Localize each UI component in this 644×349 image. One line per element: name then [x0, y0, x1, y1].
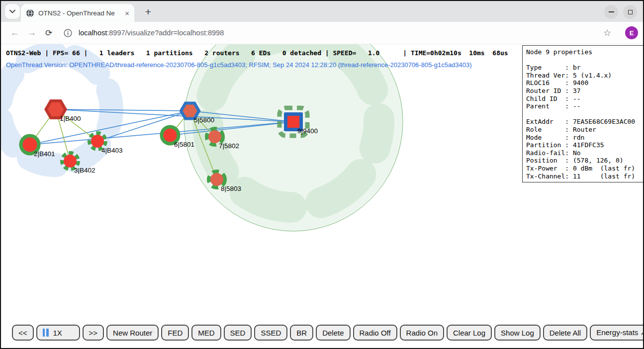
- maximize-icon: [628, 10, 633, 14]
- button-label: MED: [198, 329, 214, 337]
- back-button[interactable]: ←: [8, 22, 22, 44]
- rewind-button[interactable]: <<: [12, 325, 34, 341]
- url-path: :8997/visualize?addr=localhost:8998: [107, 29, 224, 37]
- sed-button[interactable]: SED: [224, 325, 252, 341]
- simulator-canvas: 1|B4002|B4013|B4024|B4035|58006|58017|58…: [1, 44, 643, 349]
- bottom-toolbar: <<1X>>New RouterFEDMEDSEDSSEDBRDeleteRad…: [12, 325, 643, 341]
- button-label: <<: [18, 329, 27, 337]
- minimize-button[interactable]: [604, 5, 618, 19]
- button-label: Clear Log: [453, 329, 485, 337]
- node-9-label: 9|9400: [297, 127, 318, 135]
- node-6-label: 6|5801: [174, 141, 194, 148]
- browser-tab[interactable]: OTNS2 - OpenThread Ne ×: [21, 4, 134, 22]
- button-label: Radio On: [406, 329, 438, 337]
- node-properties-panel: Node 9 properties Type : brThread Ver: 5…: [522, 45, 643, 182]
- button-label: Show Log: [501, 329, 534, 337]
- node-3-label: 3|B402: [74, 167, 95, 174]
- button-label: Delete: [322, 329, 344, 337]
- fed-button[interactable]: FED: [161, 325, 189, 341]
- speed-button[interactable]: 1X: [36, 325, 80, 341]
- node-4-body[interactable]: [91, 135, 104, 148]
- property-line: Parent : --: [526, 102, 640, 110]
- button-label: Energy-stats ↗: [596, 328, 643, 337]
- delete-button[interactable]: Delete: [316, 325, 350, 341]
- button-label: SSED: [261, 329, 281, 337]
- properties-lines: Type : brThread Ver: 5 (v1.4.x)RLOC16 : …: [526, 56, 640, 180]
- profile-avatar[interactable]: E: [625, 26, 638, 39]
- button-label: Delete All: [550, 329, 581, 337]
- openthread-version-line: OpenThread Version: OPENTHREAD/thread-re…: [6, 61, 472, 69]
- node-7-label: 7|5802: [219, 142, 239, 150]
- button-label: SED: [230, 329, 246, 337]
- tab-strip: OTNS2 - OpenThread Ne × +: [1, 1, 643, 22]
- node-1-label: 1|B400: [60, 115, 81, 122]
- button-label: >>: [89, 329, 98, 337]
- minimize-icon: [609, 11, 614, 12]
- node-6-body[interactable]: [164, 129, 177, 142]
- property-line: Router ID : 37: [526, 87, 640, 95]
- radio-on-button[interactable]: Radio On: [400, 325, 444, 341]
- navigation-bar: ← → ⟳ localhost:8997/visualize?addr=loca…: [1, 22, 643, 44]
- globe-icon: [26, 9, 34, 17]
- reload-button[interactable]: ⟳: [42, 22, 56, 44]
- node-4-label: 4|B403: [101, 147, 123, 154]
- property-line: Position : (578, 126, 0): [526, 157, 640, 165]
- chevron-down-icon: [9, 9, 15, 13]
- new-tab-button[interactable]: +: [141, 5, 155, 19]
- property-line: Role : Router: [526, 126, 640, 134]
- tab-close-icon[interactable]: ×: [125, 9, 129, 17]
- button-label: Radio Off: [360, 329, 391, 337]
- button-label: FED: [168, 329, 183, 337]
- radio-off-button[interactable]: Radio Off: [353, 325, 397, 341]
- br-button[interactable]: BR: [290, 325, 313, 341]
- property-line: RLOC16 : 9400: [526, 79, 640, 87]
- tab-title: OTNS2 - OpenThread Ne: [38, 9, 117, 17]
- site-info-button[interactable]: [62, 22, 74, 44]
- button-label: 1X: [53, 329, 62, 337]
- property-line: [526, 56, 640, 64]
- address-bar[interactable]: localhost:8997/visualize?addr=localhost:…: [79, 22, 224, 44]
- node-7-body[interactable]: [208, 130, 221, 143]
- property-line: Thread Ver: 5 (v1.4.x): [526, 72, 640, 80]
- properties-title: Node 9 properties: [526, 48, 640, 56]
- maximize-button[interactable]: [623, 5, 637, 19]
- property-line: Child ID : --: [526, 95, 640, 103]
- delete-all-button[interactable]: Delete All: [543, 325, 587, 341]
- node-8-label: 8|5803: [221, 185, 241, 192]
- energy-stats-button[interactable]: Energy-stats ↗: [590, 325, 643, 341]
- med-button[interactable]: MED: [191, 325, 221, 341]
- property-line: [526, 110, 640, 118]
- property-line: Tx-Channel: 11 (last fr): [526, 173, 640, 180]
- new-router-button[interactable]: New Router: [106, 325, 159, 341]
- node-8-body[interactable]: [210, 173, 223, 186]
- property-line: Radio-fail: No: [526, 149, 640, 157]
- property-line: Partition : 41FDFC35: [526, 141, 640, 149]
- button-label: BR: [296, 329, 307, 337]
- property-line: Tx-Power : 0 dBm (last fr): [526, 165, 640, 173]
- forward-button[interactable]: →: [25, 22, 39, 44]
- browser-window: OTNS2 - OpenThread Ne × + ← → ⟳ localhos…: [0, 0, 644, 349]
- url-host: localhost: [79, 29, 107, 37]
- node-9-square-core: [287, 116, 299, 128]
- info-icon: [64, 29, 72, 37]
- bookmark-star-icon[interactable]: ☆: [601, 22, 614, 44]
- pause-icon: [43, 329, 50, 337]
- show-log-button[interactable]: Show Log: [494, 325, 541, 341]
- fast-forward-button[interactable]: >>: [83, 325, 104, 341]
- status-bar: OTNS2-Web | FPS= 66 | 1 leaders 1 partit…: [6, 49, 508, 57]
- ssed-button[interactable]: SSED: [254, 325, 287, 341]
- tab-search-button[interactable]: [5, 4, 20, 19]
- property-line: Mode : rdn: [526, 134, 640, 142]
- node-3-body[interactable]: [64, 155, 77, 168]
- property-line: ExtAddr : 7EA5E68C69E3AC00: [526, 118, 640, 126]
- node-5-label: 5|5800: [194, 116, 214, 124]
- property-line: Type : br: [526, 64, 640, 72]
- clear-log-button[interactable]: Clear Log: [447, 325, 492, 341]
- node-2-label: 2|B401: [34, 150, 55, 158]
- button-label: New Router: [113, 329, 152, 337]
